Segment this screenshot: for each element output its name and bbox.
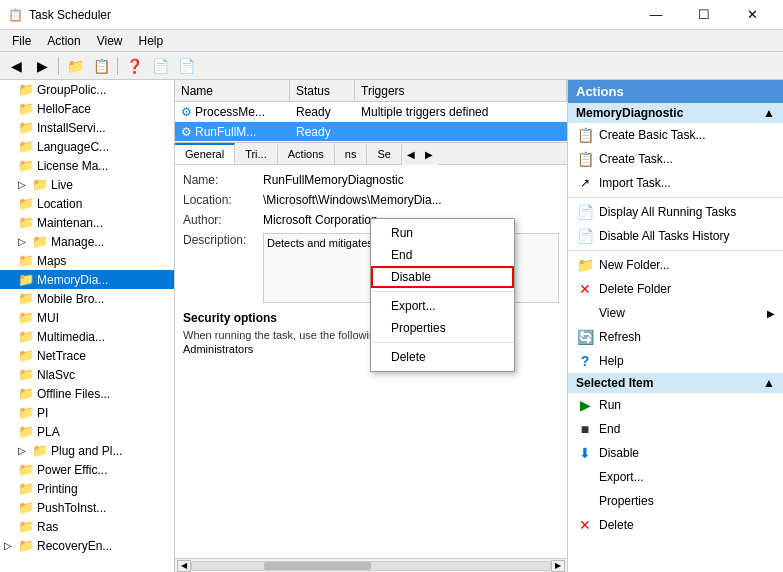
- tree-item-manage[interactable]: ▷ 📁 Manage...: [0, 232, 174, 251]
- tree-panel[interactable]: 📁 GroupPolic... 📁 HelloFace 📁 InstallSer…: [0, 80, 175, 572]
- menu-view[interactable]: View: [89, 32, 131, 50]
- action-new-folder[interactable]: 📁 New Folder...: [568, 253, 783, 277]
- scroll-left-btn[interactable]: ◀: [177, 560, 191, 572]
- section-header-memdiag[interactable]: MemoryDiagnostic ▲: [568, 103, 783, 123]
- tree-item-nlasvc[interactable]: 📁 NlaSvc: [0, 365, 174, 384]
- tree-item-maps[interactable]: 📁 Maps: [0, 251, 174, 270]
- ctx-disable[interactable]: Disable: [371, 266, 514, 288]
- detail-label-location: Location:: [183, 193, 263, 207]
- tree-item-licensema[interactable]: 📁 License Ma...: [0, 156, 174, 175]
- folder-icon: 📁: [18, 348, 34, 363]
- sel-properties-icon: [576, 492, 594, 510]
- actions-header: Actions: [568, 80, 783, 103]
- ctx-properties[interactable]: Properties: [371, 317, 514, 339]
- tree-item-printing[interactable]: 📁 Printing: [0, 479, 174, 498]
- action-sep1: [568, 197, 783, 198]
- ctx-sep2: [371, 342, 514, 343]
- action-sel-end[interactable]: ■ End: [568, 417, 783, 441]
- folder-icon: 📁: [18, 500, 34, 515]
- detail-label-name: Name:: [183, 173, 263, 187]
- action-sel-disable[interactable]: ⬇ Disable: [568, 441, 783, 465]
- tree-item-recoveryen[interactable]: ▷ 📁 RecoveryEn...: [0, 536, 174, 555]
- toolbar-doc[interactable]: 📋: [89, 55, 113, 77]
- action-help[interactable]: ? Help: [568, 349, 783, 373]
- action-refresh[interactable]: 🔄 Refresh: [568, 325, 783, 349]
- action-view[interactable]: View ▶: [568, 301, 783, 325]
- tree-item-installservice[interactable]: 📁 InstallServi...: [0, 118, 174, 137]
- tab-ns[interactable]: ns: [335, 143, 368, 164]
- toolbar: ◀ ▶ 📁 📋 ❓ 📄 📄: [0, 52, 783, 80]
- menu-help[interactable]: Help: [131, 32, 172, 50]
- menu-file[interactable]: File: [4, 32, 39, 50]
- tree-item-helloface[interactable]: 📁 HelloFace: [0, 99, 174, 118]
- close-button[interactable]: ✕: [729, 0, 775, 30]
- toolbar-folder[interactable]: 📁: [63, 55, 87, 77]
- toolbar-doc3[interactable]: 📄: [174, 55, 198, 77]
- toolbar-forward[interactable]: ▶: [30, 55, 54, 77]
- tab-nav-back[interactable]: ◀: [402, 143, 420, 165]
- app-icon: 📋: [8, 8, 23, 22]
- action-sel-export[interactable]: Export...: [568, 465, 783, 489]
- tree-item-grouppolicy[interactable]: 📁 GroupPolic...: [0, 80, 174, 99]
- h-scrollbar[interactable]: ◀ ▶: [175, 558, 567, 572]
- arrow-icon: ▷: [18, 236, 32, 247]
- action-sel-properties[interactable]: Properties: [568, 489, 783, 513]
- tree-item-ras[interactable]: 📁 Ras: [0, 517, 174, 536]
- display-running-icon: 📄: [576, 203, 594, 221]
- ctx-sep1: [371, 291, 514, 292]
- tree-item-offlinefiles[interactable]: 📁 Offline Files...: [0, 384, 174, 403]
- maximize-button[interactable]: ☐: [681, 0, 727, 30]
- tree-item-languagec[interactable]: 📁 LanguageC...: [0, 137, 174, 156]
- action-display-running[interactable]: 📄 Display All Running Tasks: [568, 200, 783, 224]
- tab-general[interactable]: General: [175, 143, 235, 164]
- col-header-name[interactable]: Name: [175, 80, 290, 101]
- tree-item-nettrace[interactable]: 📁 NetTrace: [0, 346, 174, 365]
- action-sep2: [568, 250, 783, 251]
- tree-item-mui[interactable]: 📁 MUI: [0, 308, 174, 327]
- selected-item-header[interactable]: Selected Item ▲: [568, 373, 783, 393]
- tab-actions[interactable]: Actions: [278, 143, 335, 164]
- action-import-task[interactable]: ↗ Import Task...: [568, 171, 783, 195]
- tree-item-mobilebro[interactable]: 📁 Mobile Bro...: [0, 289, 174, 308]
- tree-item-pi[interactable]: 📁 PI: [0, 403, 174, 422]
- task-row-runfullm[interactable]: ⚙ RunFullM... Ready: [175, 122, 567, 142]
- tree-item-maintenance[interactable]: 📁 Maintenan...: [0, 213, 174, 232]
- tree-item-location[interactable]: 📁 Location: [0, 194, 174, 213]
- action-create-basic[interactable]: 📋 Create Basic Task...: [568, 123, 783, 147]
- scroll-right-btn[interactable]: ▶: [551, 560, 565, 572]
- tree-item-memorydiagnostic[interactable]: 📁 MemoryDia...: [0, 270, 174, 289]
- toolbar-back[interactable]: ◀: [4, 55, 28, 77]
- toolbar-help[interactable]: ❓: [122, 55, 146, 77]
- ctx-delete[interactable]: Delete: [371, 346, 514, 368]
- tree-item-powereff[interactable]: 📁 Power Effic...: [0, 460, 174, 479]
- ctx-end[interactable]: End: [371, 244, 514, 266]
- action-sel-delete[interactable]: ✕ Delete: [568, 513, 783, 537]
- section-title: MemoryDiagnostic: [576, 106, 683, 120]
- tree-item-pushtoinst[interactable]: 📁 PushToInst...: [0, 498, 174, 517]
- detail-label-desc: Description:: [183, 233, 263, 247]
- action-create-task[interactable]: 📋 Create Task...: [568, 147, 783, 171]
- menu-action[interactable]: Action: [39, 32, 88, 50]
- tree-item-live[interactable]: ▷ 📁 Live: [0, 175, 174, 194]
- folder-icon: 📁: [18, 481, 34, 496]
- action-delete-folder[interactable]: ✕ Delete Folder: [568, 277, 783, 301]
- col-header-status[interactable]: Status: [290, 80, 355, 101]
- toolbar-doc2[interactable]: 📄: [148, 55, 172, 77]
- sel-export-icon: [576, 468, 594, 486]
- ctx-export[interactable]: Export...: [371, 295, 514, 317]
- minimize-button[interactable]: —: [633, 0, 679, 30]
- tab-triggers[interactable]: Tri...: [235, 143, 278, 164]
- folder-icon: 📁: [18, 291, 34, 306]
- folder-icon: 📁: [18, 120, 34, 135]
- ctx-run[interactable]: Run: [371, 222, 514, 244]
- tab-se[interactable]: Se: [367, 143, 401, 164]
- tree-item-plugandplay[interactable]: ▷ 📁 Plug and Pl...: [0, 441, 174, 460]
- action-sel-run[interactable]: ▶ Run: [568, 393, 783, 417]
- action-disable-history[interactable]: 📄 Disable All Tasks History: [568, 224, 783, 248]
- tree-item-multimedia[interactable]: 📁 Multimedia...: [0, 327, 174, 346]
- tab-nav-forward[interactable]: ▶: [420, 143, 438, 165]
- tree-item-pla[interactable]: 📁 PLA: [0, 422, 174, 441]
- task-row-processme[interactable]: ⚙ ProcessMe... Ready Multiple triggers d…: [175, 102, 567, 122]
- title-bar-controls: — ☐ ✕: [633, 0, 775, 30]
- col-header-triggers[interactable]: Triggers: [355, 80, 567, 101]
